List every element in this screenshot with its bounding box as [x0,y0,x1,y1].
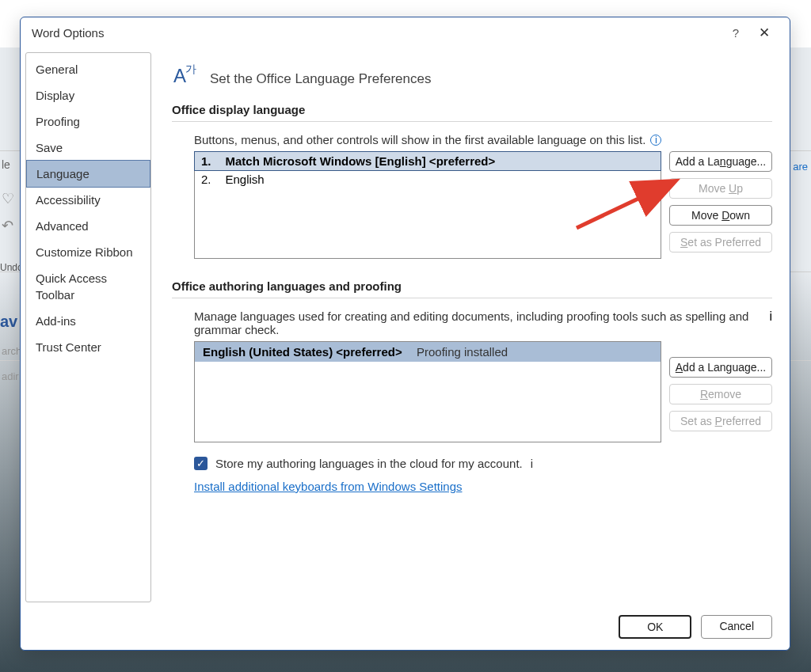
sidebar-item-save[interactable]: Save [26,135,150,161]
sidebar-item-general[interactable]: General [26,56,150,82]
close-button[interactable]: ✕ [750,25,779,41]
bg-text: av [0,313,17,331]
undo-icon: ↶ [2,217,13,234]
sidebar-item-quick-access[interactable]: Quick Access Toolbar [26,265,150,308]
main-panel: A 가 Set the Office Language Preferences … [151,47,790,607]
sidebar-item-language[interactable]: Language [26,160,150,188]
install-keyboards-link[interactable]: Install additional keyboards from Window… [194,480,463,493]
sidebar-item-customize-ribbon[interactable]: Customize Ribbon [26,239,150,265]
add-language-button[interactable]: Add a Language... [669,151,772,172]
sidebar-item-advanced[interactable]: Advanced [26,213,150,239]
word-options-dialog: Word Options ? ✕ General Display Proofin… [20,17,790,651]
bg-text: le [2,158,10,171]
page-title: Set the Office Language Preferences [210,71,431,89]
info-icon[interactable]: i [531,457,533,470]
heart-icon: ♡ [2,190,14,207]
section-authoring-header: Office authoring languages and proofing [172,279,772,298]
display-language-list[interactable]: 1. Match Microsoft Windows [English] <pr… [194,151,661,259]
ok-button[interactable]: OK [619,615,691,639]
remove-button: Remove [669,384,772,404]
titlebar: Word Options ? ✕ [21,17,790,47]
help-button[interactable]: ? [722,26,750,40]
bg-text: adir [2,370,19,382]
display-language-description: Buttons, menus, and other controls will … [194,133,772,146]
section-display-language-header: Office display language [172,103,772,122]
svg-text:A: A [173,65,186,86]
info-icon[interactable]: i [769,309,772,324]
authoring-language-list[interactable]: English (United States) <preferred> Proo… [194,341,661,442]
sidebar-item-display[interactable]: Display [26,82,150,108]
sidebar-item-accessibility[interactable]: Accessibility [26,187,150,213]
list-item[interactable]: 2. English [195,170,661,188]
bg-text: are [793,161,808,173]
move-down-button[interactable]: Move Down [669,205,772,226]
language-icon: A 가 [172,62,199,89]
cancel-button[interactable]: Cancel [701,615,772,639]
sidebar-item-addins[interactable]: Add-ins [26,308,150,334]
sidebar-item-proofing[interactable]: Proofing [26,108,150,135]
authoring-description: Manage languages used for creating and e… [194,309,760,336]
sidebar-item-trust-center[interactable]: Trust Center [26,334,150,360]
cloud-store-checkbox[interactable]: ✓ [194,457,208,470]
move-up-button: Move Up [669,178,772,199]
checkbox-label: Store my authoring languages in the clou… [215,457,523,470]
set-as-preferred-button: Set as Preferred [669,232,772,252]
sidebar: General Display Proofing Save Language A… [25,52,151,602]
info-icon[interactable]: i [650,135,661,146]
svg-text:가: 가 [185,63,196,75]
dialog-title: Word Options [32,26,722,40]
bg-text: arch [2,345,21,357]
set-as-preferred-authoring-button: Set as Preferred [669,411,772,431]
list-item[interactable]: English (United States) <preferred> Proo… [195,342,661,362]
list-item[interactable]: 1. Match Microsoft Windows [English] <pr… [194,151,661,171]
add-authoring-language-button[interactable]: Add a Language... [669,357,772,378]
